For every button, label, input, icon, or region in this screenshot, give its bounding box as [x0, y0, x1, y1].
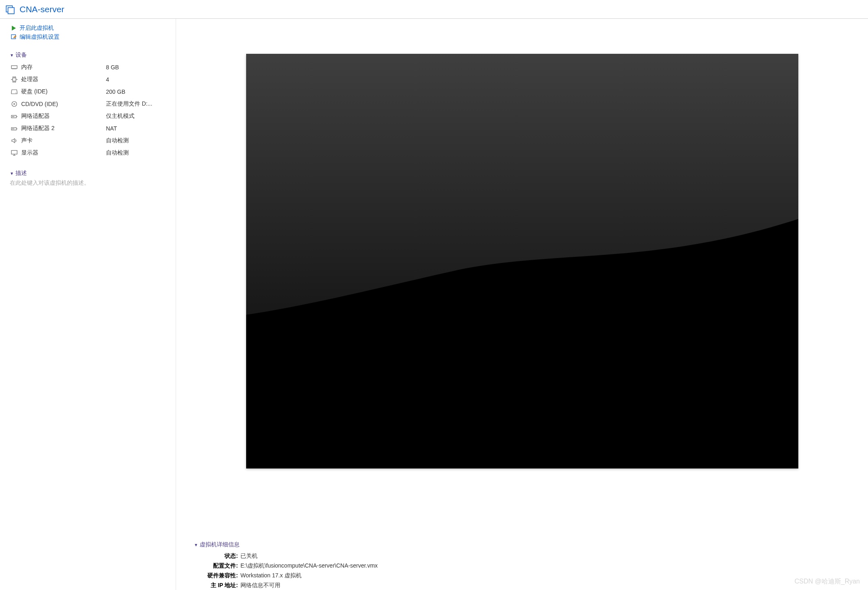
device-value: 自动检测 [106, 137, 129, 144]
detail-value: E:\虚拟机\fusioncompute\CNA-server\CNA-serv… [240, 561, 378, 570]
edit-settings-icon [10, 34, 18, 40]
devices-section-label: 设备 [15, 51, 27, 59]
device-row[interactable]: CD/DVD (IDE)正在使用文件 D:... [10, 98, 166, 110]
device-value: 200 GB [106, 88, 125, 95]
description-section-label: 描述 [15, 170, 27, 177]
detail-value: Workstation 17.x 虚拟机 [240, 570, 302, 580]
description-placeholder[interactable]: 在此处键入对该虚拟机的描述。 [10, 179, 166, 187]
svg-marker-2 [12, 26, 16, 31]
detail-label: 状态: [194, 551, 238, 561]
device-value: 8 GB [106, 64, 119, 71]
vm-tab-header: CNA-server [0, 0, 868, 19]
edit-vm-settings-link[interactable]: 编辑虚拟机设置 [10, 33, 166, 41]
description-section-header[interactable]: ▼ 描述 [10, 170, 166, 177]
svg-rect-23 [12, 116, 13, 117]
caret-down-icon: ▼ [10, 171, 14, 176]
cpu-icon [10, 76, 19, 83]
detail-value: 已关机 [240, 551, 258, 561]
detail-label: 配置文件: [194, 561, 238, 570]
svg-rect-29 [11, 150, 17, 154]
device-label: 声卡 [21, 137, 106, 144]
detail-row: 主 IP 地址:网络信息不可用 [194, 580, 868, 590]
vm-content-area: ▼ 虚拟机详细信息 状态:已关机配置文件:E:\虚拟机\fusioncomput… [176, 19, 868, 590]
vm-details-label: 虚拟机详细信息 [200, 541, 240, 548]
device-label: 硬盘 (IDE) [21, 88, 106, 95]
svg-point-19 [12, 102, 17, 106]
devices-section-header[interactable]: ▼ 设备 [10, 51, 166, 59]
vm-details-header[interactable]: ▼ 虚拟机详细信息 [194, 541, 868, 548]
vm-details-block: ▼ 虚拟机详细信息 状态:已关机配置文件:E:\虚拟机\fusioncomput… [176, 535, 868, 590]
disk-icon [10, 89, 19, 95]
vm-title: CNA-server [20, 4, 64, 14]
vm-console-preview[interactable] [246, 54, 798, 468]
svg-point-20 [14, 104, 15, 105]
svg-rect-24 [13, 116, 14, 117]
power-on-vm-link[interactable]: 开启此虚拟机 [10, 24, 166, 32]
device-row[interactable]: 处理器4 [10, 73, 166, 86]
sound-icon [10, 138, 19, 144]
svg-rect-4 [11, 66, 17, 69]
device-label: 内存 [21, 64, 106, 71]
svg-point-18 [15, 93, 16, 93]
device-value: 仅主机模式 [106, 113, 134, 120]
screen-gloss-icon [246, 54, 798, 468]
display-icon [10, 150, 19, 156]
svg-rect-9 [13, 78, 16, 81]
detail-value: 网络信息不可用 [240, 580, 280, 590]
caret-down-icon: ▼ [10, 53, 14, 57]
caret-down-icon: ▼ [194, 543, 198, 547]
edit-vm-settings-label: 编辑虚拟机设置 [20, 33, 59, 41]
svg-rect-28 [13, 128, 14, 129]
device-row[interactable]: 网络适配器 2NAT [10, 122, 166, 135]
device-value: NAT [106, 125, 117, 132]
detail-row: 配置文件:E:\虚拟机\fusioncompute\CNA-server\CNA… [194, 561, 868, 570]
detail-row: 硬件兼容性:Workstation 17.x 虚拟机 [194, 570, 868, 580]
device-label: 网络适配器 [21, 113, 106, 120]
net-icon [10, 113, 19, 119]
detail-row: 状态:已关机 [194, 551, 868, 561]
power-on-vm-label: 开启此虚拟机 [20, 24, 54, 32]
detail-label: 硬件兼容性: [194, 570, 238, 580]
cd-icon [10, 101, 19, 107]
device-row[interactable]: 网络适配器仅主机模式 [10, 110, 166, 122]
device-label: 网络适配器 2 [21, 125, 106, 132]
svg-rect-1 [8, 7, 14, 13]
svg-rect-27 [12, 128, 13, 129]
detail-label: 主 IP 地址: [194, 580, 238, 590]
vm-summary-sidebar: 开启此虚拟机 编辑虚拟机设置 ▼ 设备 内存8 GB处理器4硬盘 (IDE)20… [0, 19, 176, 590]
device-row[interactable]: 硬盘 (IDE)200 GB [10, 86, 166, 98]
device-label: 处理器 [21, 76, 106, 83]
device-row[interactable]: 声卡自动检测 [10, 135, 166, 147]
device-value: 4 [106, 76, 109, 83]
play-icon [10, 25, 18, 31]
net-icon [10, 126, 19, 131]
device-value: 自动检测 [106, 149, 129, 157]
device-value: 正在使用文件 D:... [106, 100, 152, 108]
device-label: CD/DVD (IDE) [21, 101, 106, 107]
vm-tab-icon [5, 4, 15, 15]
device-row[interactable]: 显示器自动检测 [10, 147, 166, 159]
memory-icon [10, 65, 19, 70]
devices-list: 内存8 GB处理器4硬盘 (IDE)200 GBCD/DVD (IDE)正在使用… [10, 61, 166, 159]
device-row[interactable]: 内存8 GB [10, 61, 166, 73]
device-label: 显示器 [21, 149, 106, 157]
